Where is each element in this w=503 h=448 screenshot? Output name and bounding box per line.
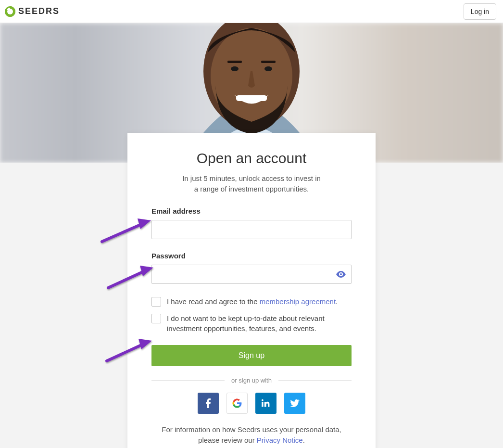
linkedin-icon xyxy=(262,399,270,408)
privacy-notice-link[interactable]: Privacy Notice xyxy=(257,436,303,444)
signup-card: Open an account In just 5 minutes, unloc… xyxy=(127,133,376,448)
password-field-group: Password xyxy=(151,252,352,284)
svg-point-7 xyxy=(340,273,342,275)
header: SEEDRS Log in xyxy=(0,0,503,23)
email-label: Email address xyxy=(151,207,352,215)
toggle-password-visibility-button[interactable] xyxy=(334,269,348,280)
card-subtitle: In just 5 minutes, unlock access to inve… xyxy=(151,173,352,194)
brand-logo[interactable]: SEEDRS xyxy=(5,6,60,17)
google-icon xyxy=(232,398,242,408)
svg-rect-4 xyxy=(227,61,242,63)
linkedin-signup-button[interactable] xyxy=(255,393,277,414)
google-signup-button[interactable] xyxy=(226,393,248,414)
brand-name: SEEDRS xyxy=(18,6,60,16)
optout-checkbox-row: I do not want to be kept up-to-date abou… xyxy=(151,313,352,333)
svg-point-2 xyxy=(231,66,239,71)
facebook-signup-button[interactable] xyxy=(198,393,219,414)
agree-checkbox[interactable] xyxy=(151,297,161,307)
agree-checkbox-row: I have read and agree to the membership … xyxy=(151,296,352,307)
login-button[interactable]: Log in xyxy=(464,3,496,20)
optout-text: I do not want to be kept up-to-date abou… xyxy=(167,313,352,333)
membership-agreement-link[interactable]: membership agreement xyxy=(260,297,336,306)
social-buttons xyxy=(151,393,352,414)
eye-icon xyxy=(336,271,346,278)
svg-point-3 xyxy=(264,66,272,71)
email-field-group: Email address xyxy=(151,207,352,239)
password-label: Password xyxy=(151,252,352,260)
password-input[interactable] xyxy=(151,265,352,284)
facebook-icon xyxy=(206,398,211,408)
twitter-icon xyxy=(290,399,300,407)
card-title: Open an account xyxy=(151,150,352,166)
privacy-note: For information on how Seedrs uses your … xyxy=(151,424,352,446)
divider-label: or sign up with xyxy=(231,377,272,384)
svg-rect-6 xyxy=(236,95,267,101)
seedrs-logo-icon xyxy=(5,6,15,17)
signup-button[interactable]: Sign up xyxy=(151,345,352,366)
svg-rect-5 xyxy=(261,61,276,63)
optout-checkbox[interactable] xyxy=(151,314,161,323)
agree-text: I have read and agree to the membership … xyxy=(167,296,338,307)
email-input[interactable] xyxy=(151,220,352,239)
social-divider: or sign up with xyxy=(151,377,352,384)
twitter-signup-button[interactable] xyxy=(284,393,305,414)
